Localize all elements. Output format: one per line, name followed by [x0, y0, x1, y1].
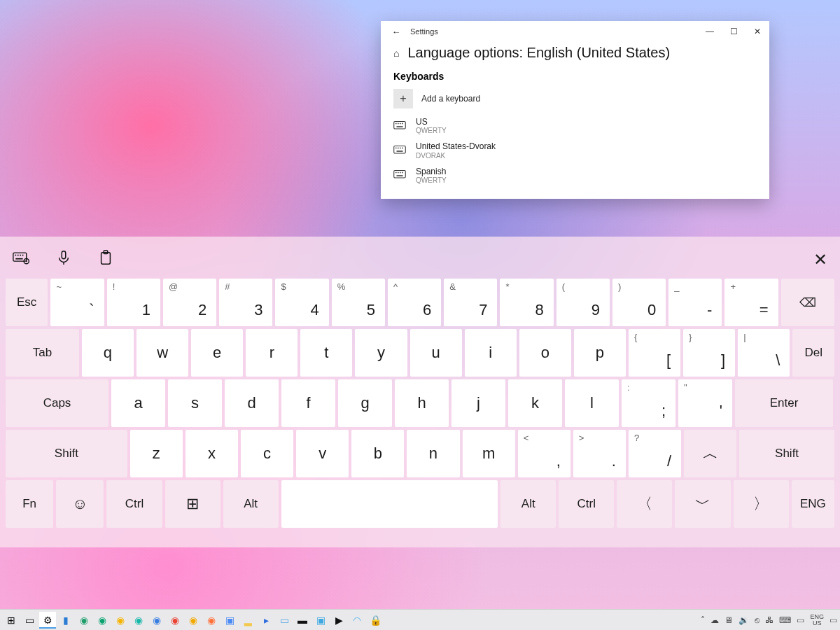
key-semicolon[interactable]: :; [622, 379, 676, 427]
clipboard-icon[interactable] [98, 250, 113, 270]
key-2[interactable]: @2 [163, 279, 216, 326]
key-enter[interactable]: Enter [735, 379, 833, 427]
taskbar-app-icon[interactable]: ◉ [185, 612, 202, 629]
tray-volume-icon[interactable]: 🔉 [738, 615, 749, 625]
key-5[interactable]: %5 [332, 279, 385, 326]
key-p[interactable]: p [574, 329, 626, 377]
key-ctrl-right[interactable]: Ctrl [559, 480, 614, 528]
tray-chevron-icon[interactable]: ˄ [701, 615, 705, 625]
key-caps[interactable]: Caps [6, 379, 108, 427]
key-t[interactable]: t [300, 329, 352, 377]
taskbar-app-icon[interactable]: ◉ [130, 612, 147, 629]
key-alt-left[interactable]: Alt [223, 480, 279, 528]
key-d[interactable]: d [225, 379, 279, 427]
keyboard-close-icon[interactable]: ✕ [813, 250, 827, 270]
key-i[interactable]: i [465, 329, 517, 377]
key-9[interactable]: (9 [556, 279, 610, 326]
add-keyboard-button[interactable]: + Add a keyboard [393, 89, 757, 108]
taskbar-app-icon[interactable]: ◉ [167, 612, 183, 629]
key-0[interactable]: )0 [612, 279, 666, 326]
key-arrow-down[interactable]: ﹀ [675, 480, 730, 528]
taskbar-app-icon[interactable]: ▸ [258, 612, 274, 629]
taskbar-app-icon[interactable]: ▂ [239, 612, 256, 629]
taskbar-app-icon[interactable]: ▶ [330, 612, 347, 629]
key-arrow-left[interactable]: 〈 [617, 480, 672, 528]
key-e[interactable]: e [191, 329, 243, 377]
tray-notifications-icon[interactable]: ▭ [830, 615, 837, 625]
key-l[interactable]: l [565, 379, 619, 427]
back-button[interactable]: ← [388, 27, 405, 37]
taskbar-app-icon[interactable]: ▣ [221, 612, 238, 629]
key-8[interactable]: *8 [500, 279, 553, 326]
key-minus[interactable]: _- [668, 279, 722, 326]
keyboard-settings-icon[interactable] [13, 251, 29, 269]
key-s[interactable]: s [168, 379, 222, 427]
key-windows[interactable]: ⊞ [165, 480, 220, 528]
key-j[interactable]: j [451, 379, 505, 427]
key-f[interactable]: f [281, 379, 335, 427]
tray-language-indicator[interactable]: ENG US [810, 614, 824, 626]
key-3[interactable]: #3 [219, 279, 272, 326]
key-comma[interactable]: <, [518, 430, 570, 477]
taskbar-app-icon[interactable]: 🔒 [367, 612, 384, 629]
key-ctrl-left[interactable]: Ctrl [106, 480, 162, 528]
tray-keyboard-icon[interactable]: ⌨ [779, 615, 791, 625]
key-b[interactable]: b [351, 430, 404, 477]
tray-monitor-icon[interactable]: 🖥 [724, 615, 733, 625]
key-o[interactable]: o [519, 329, 571, 377]
key-m[interactable]: m [463, 430, 515, 477]
tray-usb-icon[interactable]: ⎋ [755, 615, 760, 625]
maximize-button[interactable]: ☐ [722, 21, 746, 42]
key-g[interactable]: g [338, 379, 392, 427]
key-arrow-up[interactable]: ︿ [684, 430, 736, 477]
key-space[interactable] [281, 480, 498, 528]
keyboard-item[interactable]: US QWERTY [393, 117, 757, 134]
taskbar-app-icon[interactable]: ◉ [112, 612, 129, 629]
key-7[interactable]: &7 [444, 279, 497, 326]
key-left-bracket[interactable]: {[ [629, 329, 680, 377]
tray-display-icon[interactable]: ▭ [797, 615, 804, 625]
key-quote[interactable]: "' [678, 379, 732, 427]
taskbar-app-icon[interactable]: ◉ [76, 612, 92, 629]
key-backslash[interactable]: |\ [738, 329, 790, 377]
key-shift-right[interactable]: Shift [739, 430, 834, 477]
key-q[interactable]: q [82, 329, 134, 377]
key-4[interactable]: $4 [275, 279, 328, 326]
taskbar-app-icon[interactable]: ▬ [294, 612, 311, 629]
taskbar-app-icon[interactable]: ◉ [148, 612, 165, 629]
key-alt-right[interactable]: Alt [500, 480, 556, 528]
key-z[interactable]: z [130, 430, 183, 477]
key-right-bracket[interactable]: }] [683, 329, 735, 377]
key-slash[interactable]: ?/ [629, 430, 681, 477]
minimize-button[interactable]: — [698, 21, 722, 42]
key-u[interactable]: u [410, 329, 462, 377]
microphone-icon[interactable] [56, 250, 71, 270]
key-r[interactable]: r [246, 329, 298, 377]
start-button[interactable]: ⊞ [3, 612, 20, 629]
taskbar-app-icon[interactable]: ◉ [203, 612, 220, 629]
keyboard-item[interactable]: Spanish QWERTY [393, 167, 757, 184]
taskbar-app-icon[interactable]: ▮ [57, 612, 74, 629]
taskbar-settings-icon[interactable]: ⚙ [39, 612, 56, 629]
home-icon[interactable]: ⌂ [393, 48, 399, 59]
key-n[interactable]: n [407, 430, 459, 477]
taskbar-app-icon[interactable]: ◠ [349, 612, 365, 629]
tray-network-icon[interactable]: 🖧 [765, 615, 774, 625]
key-h[interactable]: h [395, 379, 449, 427]
task-view-button[interactable]: ▭ [21, 612, 38, 629]
key-equals[interactable]: += [724, 279, 778, 326]
key-v[interactable]: v [296, 430, 349, 477]
key-language[interactable]: ENG [792, 480, 834, 528]
key-arrow-right[interactable]: 〉 [734, 480, 789, 528]
taskbar-app-icon[interactable]: ▭ [276, 612, 293, 629]
key-backtick[interactable]: ~` [50, 279, 104, 326]
key-period[interactable]: >. [573, 430, 626, 477]
key-w[interactable]: w [136, 329, 188, 377]
key-y[interactable]: y [355, 329, 407, 377]
key-del[interactable]: Del [792, 329, 834, 377]
key-tab[interactable]: Tab [6, 329, 79, 377]
key-a[interactable]: a [111, 379, 165, 427]
key-1[interactable]: !1 [107, 279, 160, 326]
key-fn[interactable]: Fn [6, 480, 53, 528]
tray-cloud-icon[interactable]: ☁ [710, 615, 719, 625]
